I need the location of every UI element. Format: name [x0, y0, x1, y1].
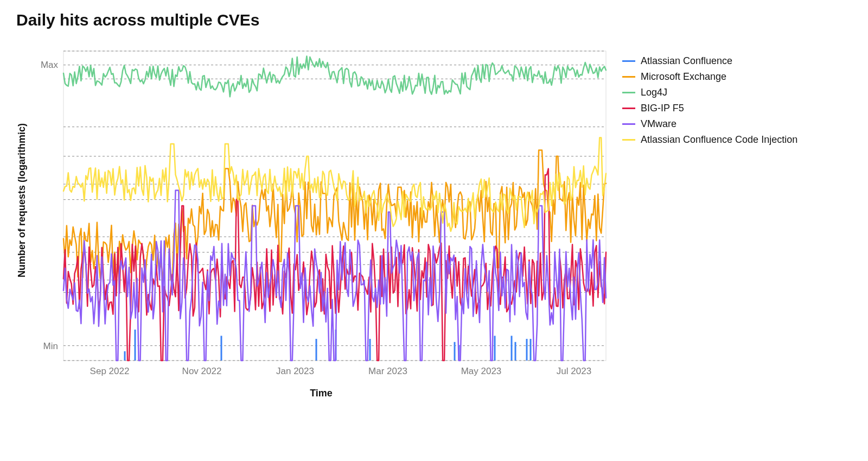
legend-item: Log4J [622, 87, 797, 98]
svg-text:Nov 2022: Nov 2022 [182, 366, 222, 376]
chart-plot: MinMax Sep 2022Nov 2022Jan 2023Mar 2023M… [31, 46, 611, 382]
legend: Atlassian ConfluenceMicrosoft ExchangeLo… [622, 46, 797, 150]
legend-label: Atlassian Confluence [641, 55, 732, 67]
legend-label: Microsoft Exchange [641, 71, 726, 83]
svg-text:Max: Max [41, 60, 59, 70]
legend-label: Log4J [641, 87, 667, 98]
legend-swatch [622, 60, 635, 62]
legend-swatch [622, 76, 635, 78]
legend-item: VMware [622, 118, 797, 130]
page-title: Daily hits across multiple CVEs [16, 11, 852, 29]
legend-swatch [622, 92, 635, 93]
legend-swatch [622, 108, 635, 109]
legend-label: Atlassian Confluence Code Injection [641, 134, 797, 146]
svg-text:Jul 2023: Jul 2023 [557, 366, 591, 376]
legend-label: BIG-IP F5 [641, 103, 684, 114]
series-line [63, 138, 606, 231]
legend-label: VMware [641, 118, 676, 130]
x-axis-label: Time [31, 388, 611, 399]
legend-item: BIG-IP F5 [622, 103, 797, 114]
svg-text:Sep 2022: Sep 2022 [90, 366, 130, 376]
svg-text:Min: Min [43, 341, 58, 351]
legend-item: Atlassian Confluence [622, 55, 797, 67]
series-line [63, 56, 606, 97]
legend-swatch [622, 139, 635, 141]
svg-text:May 2023: May 2023 [461, 366, 502, 376]
svg-text:Jan 2023: Jan 2023 [276, 366, 314, 376]
legend-swatch [622, 123, 635, 125]
legend-item: Microsoft Exchange [622, 71, 797, 83]
legend-item: Atlassian Confluence Code Injection [622, 134, 797, 146]
y-axis-label: Number of requests (logarithmic) [16, 46, 28, 355]
svg-text:Mar 2023: Mar 2023 [368, 366, 407, 376]
